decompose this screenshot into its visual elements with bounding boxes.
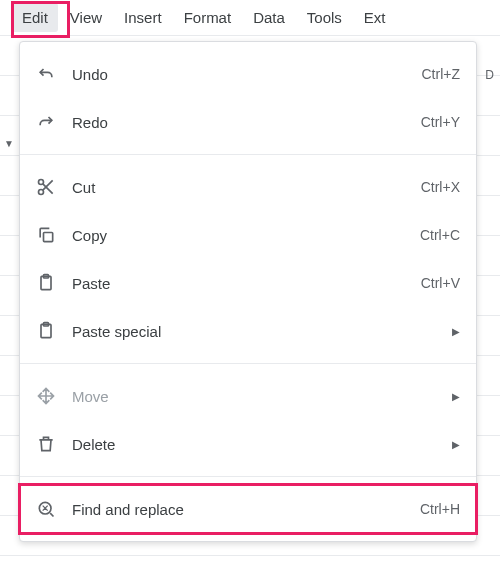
menu-item-redo[interactable]: Redo Ctrl+Y: [20, 98, 476, 146]
submenu-arrow-icon: ▶: [452, 439, 460, 450]
menu-item-paste-special[interactable]: Paste special ▶: [20, 307, 476, 355]
menu-item-move: Move ▶: [20, 372, 476, 420]
menu-item-shortcut: Ctrl+V: [421, 275, 460, 291]
menu-item-shortcut: Ctrl+X: [421, 179, 460, 195]
menu-item-label: Cut: [72, 179, 421, 196]
svg-point-0: [39, 180, 44, 185]
menubar: Edit View Insert Format Data Tools Ext: [0, 0, 500, 36]
menu-item-shortcut: Ctrl+Y: [421, 114, 460, 130]
menu-separator: [20, 363, 476, 364]
menu-separator: [20, 476, 476, 477]
menu-item-label: Undo: [72, 66, 422, 83]
submenu-arrow-icon: ▶: [452, 391, 460, 402]
menu-item-undo[interactable]: Undo Ctrl+Z: [20, 50, 476, 98]
undo-icon: [36, 64, 56, 84]
menu-item-delete[interactable]: Delete ▶: [20, 420, 476, 468]
menu-item-shortcut: Ctrl+H: [420, 501, 460, 517]
menu-item-label: Redo: [72, 114, 421, 131]
svg-point-1: [39, 190, 44, 195]
edit-dropdown-menu: Undo Ctrl+Z Redo Ctrl+Y Cut Ctrl+X Copy …: [19, 41, 477, 542]
submenu-arrow-icon: ▶: [452, 326, 460, 337]
menu-extensions[interactable]: Ext: [354, 3, 396, 32]
menu-edit[interactable]: Edit: [12, 3, 58, 32]
cut-icon: [36, 177, 56, 197]
row-dropdown-icon[interactable]: ▼: [4, 138, 14, 149]
menu-item-find-replace[interactable]: Find and replace Ctrl+H: [20, 485, 476, 533]
menu-item-label: Find and replace: [72, 501, 420, 518]
paste-icon: [36, 273, 56, 293]
column-header-d[interactable]: D: [485, 68, 500, 82]
menu-item-label: Paste: [72, 275, 421, 292]
paste-special-icon: [36, 321, 56, 341]
menu-insert[interactable]: Insert: [114, 3, 172, 32]
menu-format[interactable]: Format: [174, 3, 242, 32]
menu-item-label: Move: [72, 388, 444, 405]
svg-rect-4: [44, 233, 53, 242]
delete-icon: [36, 434, 56, 454]
menu-item-label: Paste special: [72, 323, 444, 340]
menu-item-paste[interactable]: Paste Ctrl+V: [20, 259, 476, 307]
menu-separator: [20, 154, 476, 155]
menu-item-copy[interactable]: Copy Ctrl+C: [20, 211, 476, 259]
menu-item-label: Copy: [72, 227, 420, 244]
menu-item-shortcut: Ctrl+C: [420, 227, 460, 243]
redo-icon: [36, 112, 56, 132]
move-icon: [36, 386, 56, 406]
menu-item-cut[interactable]: Cut Ctrl+X: [20, 163, 476, 211]
menu-view[interactable]: View: [60, 3, 112, 32]
menu-item-label: Delete: [72, 436, 444, 453]
copy-icon: [36, 225, 56, 245]
menu-data[interactable]: Data: [243, 3, 295, 32]
menu-tools[interactable]: Tools: [297, 3, 352, 32]
find-replace-icon: [36, 499, 56, 519]
menu-item-shortcut: Ctrl+Z: [422, 66, 461, 82]
